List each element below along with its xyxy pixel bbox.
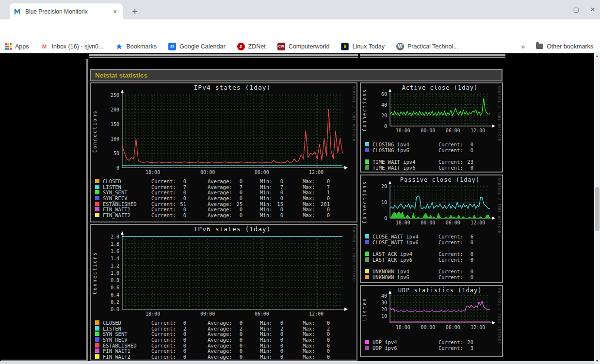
svg-text:20: 20 [381, 184, 387, 189]
legend-swatch [365, 159, 369, 164]
ipv4-states-chart: 05010015020025018:0000:0006:0012:00IPv4 … [91, 83, 357, 176]
browser-tab[interactable]: Blue Precision Monitorix × [10, 3, 123, 19]
legend-swatch [95, 337, 99, 342]
legend-stat-value: 0 [458, 251, 473, 257]
legend-series-name: SYN_RECV [103, 195, 128, 201]
legend-stat-value: 7 [310, 184, 330, 190]
legend-stat-value: 25 [223, 201, 243, 207]
legend-series-name: ESTABLISHED [103, 343, 137, 348]
legend-stat-value: 0 [264, 343, 283, 348]
legend-swatch [95, 354, 99, 359]
legend-stat-value: 0 [458, 274, 473, 280]
legend-stat-value: 7 [264, 184, 283, 190]
window-close-button[interactable]: ✕ [587, 5, 599, 15]
legend-swatch [95, 185, 99, 189]
legend-series-name: CLOSE_WAIT ipv4 [373, 234, 419, 239]
svg-text:40: 40 [381, 293, 387, 299]
vertical-scrollbar[interactable]: ▲ ▼ [594, 53, 600, 364]
bookmark-item-zdnet[interactable]: zZDNet [237, 43, 266, 50]
legend-row: SYN_SENTCurrent:0Average:0Min:0Max:0 [91, 331, 357, 337]
horizontal-scrollbar-track[interactable] [0, 361, 594, 364]
legend-stat-value: 0 [264, 320, 283, 326]
bookmarks-bar: Apps MInbox (16) - sjvn0...★Bookmarks28G… [0, 40, 600, 53]
wordpress-icon: W [396, 43, 404, 50]
legend-stat-value: 0 [223, 190, 243, 195]
offscreen-panel-edge [1, 59, 88, 361]
legend-stat-value: 0 [223, 337, 243, 343]
bookmarks-divider [530, 42, 530, 51]
tab-close-button[interactable]: × [111, 8, 119, 16]
legend-row: ESTABLISHEDCurrent:51Average:25Min:15Max… [91, 201, 357, 207]
svg-text:1.4: 1.4 [111, 256, 119, 261]
legend-stat-value: 201 [310, 201, 330, 207]
legend-row: TIME_WAIT ipv4Current:23 [361, 159, 502, 165]
svg-text:IPv6 states (1day): IPv6 states (1day) [194, 225, 271, 233]
legend-row: SYN_RECVCurrent:0Average:0Min:0Max:0 [91, 195, 357, 201]
svg-text:200: 200 [111, 107, 119, 112]
legend-stat-value: 20 [458, 339, 473, 345]
legend-stat-value: 0 [264, 354, 283, 360]
svg-text:00:00: 00:00 [200, 311, 215, 317]
legend-stat-value: 0 [310, 348, 330, 354]
legend-stat-value: 0 [167, 206, 186, 212]
svg-text:00:00: 00:00 [200, 170, 215, 175]
svg-text:30: 30 [381, 300, 387, 305]
legend-series-name: UNKNOWN ipv4 [373, 269, 409, 274]
window-minimize-button[interactable]: – [554, 5, 566, 15]
legend-series-name: FIN_WAIT1 [103, 348, 130, 354]
window-maximize-button[interactable]: ▢ [570, 5, 582, 15]
legend-series-name: UDP ipv4 [373, 339, 397, 345]
bookmark-item-computerworld[interactable]: CWComputerworld [277, 43, 330, 50]
chart-panel-active-close[interactable]: RRDTOOL / TOBI OETIKER 020406018:0000:00… [360, 82, 503, 173]
legend-spacer [361, 153, 502, 159]
apps-shortcut[interactable]: Apps [5, 43, 29, 50]
legend-swatch [365, 142, 369, 146]
scrollbar-thumb[interactable] [595, 187, 600, 231]
svg-text:Connections: Connections [92, 110, 97, 153]
chart-panel-ipv6-states[interactable]: RRDTOOL / TOBI OETIKER 0.00.20.40.60.81.… [90, 224, 357, 361]
bookmark-item-calendar[interactable]: 28Google Calendar [168, 43, 226, 50]
computerworld-icon: CW [277, 43, 285, 50]
svg-text:0: 0 [384, 124, 387, 129]
legend-stat-value: 0 [458, 142, 473, 147]
new-tab-button[interactable]: + [128, 5, 142, 18]
rrdtool-branding: RRDTOOL / TOBI OETIKER [497, 178, 501, 234]
other-bookmarks-button[interactable]: Other bookmarks [536, 43, 593, 50]
svg-text:06:00: 06:00 [446, 325, 460, 330]
legend-series-name: CLOSING ipv4 [373, 142, 409, 147]
legend-stat-value: 0 [310, 206, 330, 212]
legend-row: CLOSE_WAIT ipv4Current:6 [361, 234, 502, 239]
legend-swatch [365, 346, 369, 350]
legend-row: CLOSEDCurrent:0Average:0Min:0Max:0 [91, 320, 357, 326]
legend-stat-value: 0 [264, 331, 283, 337]
chart-panel-udp-statistics[interactable]: RRDTOOL / TOBI OETIKER 1020304018:0000:0… [360, 285, 503, 357]
svg-text:0.8: 0.8 [111, 278, 119, 283]
udp-statistics-chart: 1020304018:0000:0006:0012:00UDP statisti… [361, 286, 502, 336]
bookmark-item-wordpress[interactable]: WPractical Technol... [396, 43, 458, 50]
scroll-down-arrow-icon[interactable]: ▼ [594, 358, 600, 364]
legend-series-name: UNKNOWN ipv6 [373, 274, 409, 280]
svg-text:UDP statistics (1day): UDP statistics (1day) [398, 287, 482, 294]
bookmark-item-linuxtoday[interactable]: ltLinux Today [341, 43, 385, 50]
zdnet-icon: z [237, 43, 245, 50]
bookmark-item-gmail[interactable]: MInbox (16) - sjvn0... [41, 43, 104, 50]
legend-stat-value: 0 [458, 257, 473, 263]
scroll-up-arrow-icon[interactable]: ▲ [594, 53, 600, 59]
bookmarks-overflow-button[interactable]: » [521, 43, 525, 50]
legend-series-name: TIME_WAIT ipv4 [373, 159, 416, 165]
legend-row: LISTENCurrent:2Average:2Min:2Max:2 [91, 326, 357, 332]
bookmark-item-star[interactable]: ★Bookmarks [115, 43, 157, 50]
legend-row: CLOSEDCurrent:0Average:0Min:0Max:0 [91, 178, 357, 184]
chart-panel-passive-close[interactable]: RRDTOOL / TOBI OETIKER 0102018:0000:0006… [360, 174, 503, 283]
previous-section-edge-left [89, 54, 358, 58]
ipv6-states-chart: 0.00.20.40.60.81.01.21.41.61.82.018:0000… [91, 225, 357, 318]
legend-series-name: LAST_ACK ipv4 [373, 251, 412, 257]
legend-stat-value: 0 [310, 320, 330, 326]
rrdtool-branding: RRDTOOL / TOBI OETIKER [352, 227, 356, 283]
passive-close-chart: 0102018:0000:0006:0012:00Passive close (… [361, 175, 502, 232]
legend-series-name: LISTEN [103, 184, 121, 190]
legend-stat-value: 2 [223, 326, 243, 332]
page-content: Netstat statistics RRDTOOL / TOBI OETIKE… [0, 53, 600, 364]
chart-panel-ipv4-states[interactable]: RRDTOOL / TOBI OETIKER 05010015020025018… [90, 82, 357, 222]
legend-swatch [365, 269, 369, 273]
